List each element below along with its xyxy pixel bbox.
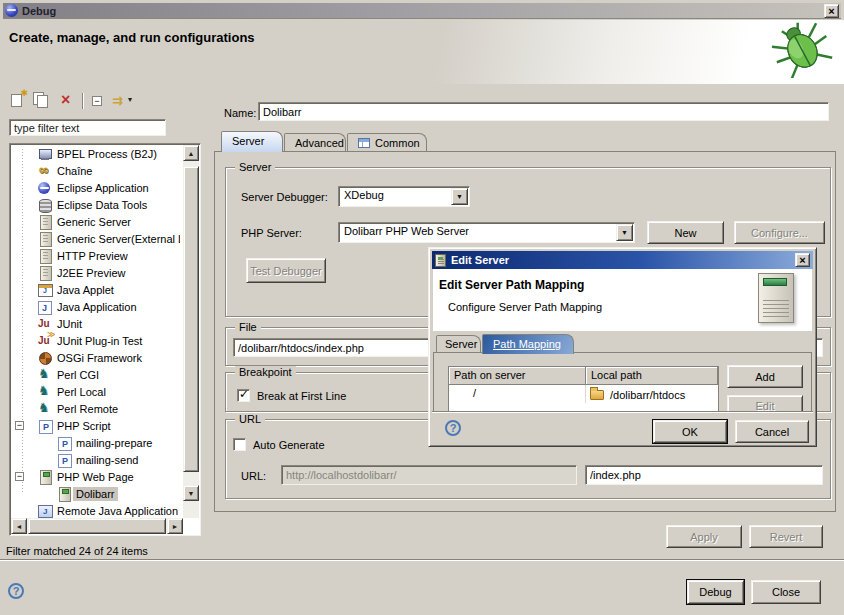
folder-icon: [590, 390, 604, 400]
revert-button[interactable]: Revert: [749, 525, 823, 548]
filter-launch-types-button[interactable]: ⇉: [110, 92, 130, 110]
perl-icon: [37, 367, 54, 383]
new-server-button[interactable]: New: [647, 221, 724, 244]
debug-button[interactable]: Debug: [687, 580, 744, 604]
dialog-help-button[interactable]: ?: [445, 420, 461, 436]
tree-item[interactable]: Chaîne: [11, 162, 180, 179]
cancel-button[interactable]: Cancel: [735, 420, 809, 443]
title-bar[interactable]: Debug ×: [3, 3, 841, 19]
server-icon: [37, 248, 54, 264]
tree-item[interactable]: JUnit Plug-in Test: [11, 332, 180, 349]
tree-item[interactable]: −PHP Script: [11, 417, 180, 434]
window-close-button[interactable]: ×: [824, 4, 839, 18]
page-title: Create, manage, and run configurations: [9, 30, 255, 45]
tree-item[interactable]: Remote Java Application: [11, 502, 180, 518]
column-local-path[interactable]: Local path: [586, 367, 718, 385]
ok-label: OK: [682, 426, 698, 438]
path-mapping-row[interactable]: //dolibarr/htdocs: [449, 385, 718, 403]
scroll-left-button[interactable]: ◄: [11, 518, 27, 534]
tree-item[interactable]: Eclipse Data Tools: [11, 196, 180, 213]
tree-item[interactable]: BPEL Process (B2J): [11, 145, 180, 162]
configure-server-label: Configure...: [751, 227, 808, 239]
bug-icon: [770, 20, 834, 78]
close-button[interactable]: Close: [751, 580, 821, 604]
tree-hscrollbar[interactable]: ◄ ►: [11, 518, 183, 534]
tab-common[interactable]: Common: [347, 133, 427, 152]
tree-item[interactable]: OSGi Framework: [11, 349, 180, 366]
tree-item-label: Perl Local: [54, 385, 109, 399]
expand-toggle-icon[interactable]: −: [15, 421, 24, 430]
tree-item[interactable]: J2EE Preview: [11, 264, 180, 281]
tree-item[interactable]: Perl Local: [11, 383, 180, 400]
filter-status: Filter matched 24 of 24 items: [6, 545, 148, 557]
filter-menu-dropdown[interactable]: ▾: [128, 95, 148, 113]
filter-input[interactable]: [9, 119, 166, 136]
ok-button[interactable]: OK: [653, 420, 727, 443]
name-input[interactable]: [258, 102, 829, 121]
column-path-on-server[interactable]: Path on server: [449, 367, 586, 385]
tree-item-label: J2EE Preview: [54, 266, 128, 280]
remote-java-icon: [37, 503, 54, 519]
server-debugger-combo[interactable]: XDebug ▼: [338, 186, 470, 207]
left-panel: ✱ × − ⇉ ▾ BPEL Process (B2J)ChaîneEclips…: [6, 88, 202, 562]
database-icon: [37, 197, 54, 213]
tree-vscrollbar[interactable]: ▲ ▼: [183, 145, 199, 518]
dialog-title: Edit Server: [451, 254, 509, 266]
php-icon: [37, 418, 54, 434]
dialog-tab-path-mapping-label: Path Mapping: [493, 338, 561, 350]
scroll-down-button[interactable]: ▼: [183, 485, 199, 501]
vscroll-thumb[interactable]: [183, 166, 199, 472]
tree-item[interactable]: HTTP Preview: [11, 247, 180, 264]
url-path-input[interactable]: [585, 465, 823, 485]
tree-item[interactable]: JUnit: [11, 315, 180, 332]
dialog-tab-server[interactable]: Server: [436, 335, 481, 353]
debug-configurations-window: { "window": { "title": "Debug", "close_g…: [0, 0, 844, 615]
tree-item[interactable]: Dolibarr: [11, 485, 180, 502]
tab-server[interactable]: Server: [221, 131, 283, 152]
php-web-icon: [56, 486, 73, 502]
duplicate-configuration-button[interactable]: [32, 92, 52, 110]
tab-advanced[interactable]: Advanced: [284, 133, 346, 152]
dialog-tab-frame: Path on server Local path //dolibarr/htd…: [433, 352, 812, 414]
tree-item[interactable]: Perl Remote: [11, 400, 180, 417]
dialog-title-bar[interactable]: Edit Server ×: [432, 251, 813, 269]
help-button[interactable]: ?: [8, 583, 24, 599]
dialog-tab-path-mapping[interactable]: Path Mapping: [482, 334, 574, 354]
hscroll-thumb[interactable]: [28, 518, 166, 534]
scroll-right-button[interactable]: ►: [167, 518, 183, 534]
revert-label: Revert: [770, 531, 802, 543]
delete-configuration-button[interactable]: ×: [58, 92, 78, 110]
break-first-line-checkbox[interactable]: [237, 389, 250, 402]
php-server-value[interactable]: Dolibarr PHP Web Server: [338, 222, 635, 243]
tree-item[interactable]: Java Application: [11, 298, 180, 315]
apply-button[interactable]: Apply: [666, 525, 742, 548]
tree-item[interactable]: Generic Server(External La: [11, 230, 180, 247]
dialog-subheading: Configure Server Path Mapping: [448, 301, 602, 313]
tree-item[interactable]: Java Applet: [11, 281, 180, 298]
table-icon: [358, 138, 370, 148]
tree-item[interactable]: mailing-prepare: [11, 434, 180, 451]
new-star-icon: ✱: [20, 88, 28, 98]
scroll-up-button[interactable]: ▲: [183, 145, 199, 161]
tree-item[interactable]: mailing-send: [11, 451, 180, 468]
dialog-close-button[interactable]: ×: [795, 253, 810, 267]
tree-item-label: Eclipse Application: [54, 181, 152, 195]
php-server-combo[interactable]: Dolibarr PHP Web Server ▼: [338, 222, 635, 243]
path-mapping-header: Path on server Local path: [449, 367, 718, 385]
auto-generate-checkbox[interactable]: [233, 438, 246, 451]
tree-item[interactable]: Eclipse Application: [11, 179, 180, 196]
collapse-all-button[interactable]: −: [88, 92, 108, 110]
add-mapping-button[interactable]: Add: [727, 365, 803, 388]
chevron-down-icon[interactable]: ▼: [616, 224, 633, 241]
new-configuration-button[interactable]: ✱: [8, 92, 28, 110]
test-debugger-button[interactable]: Test Debugger: [246, 258, 326, 283]
chevron-down-icon[interactable]: ▼: [451, 188, 468, 205]
tree-item[interactable]: Perl CGI: [11, 366, 180, 383]
tree-item-label: JUnit Plug-in Test: [54, 334, 145, 348]
tree-item[interactable]: −PHP Web Page: [11, 468, 180, 485]
file-group-title: File: [235, 321, 261, 333]
tree-item[interactable]: Generic Server: [11, 213, 180, 230]
configure-server-button[interactable]: Configure...: [734, 221, 825, 244]
php-icon: [56, 452, 73, 468]
expand-toggle-icon[interactable]: −: [15, 472, 24, 481]
